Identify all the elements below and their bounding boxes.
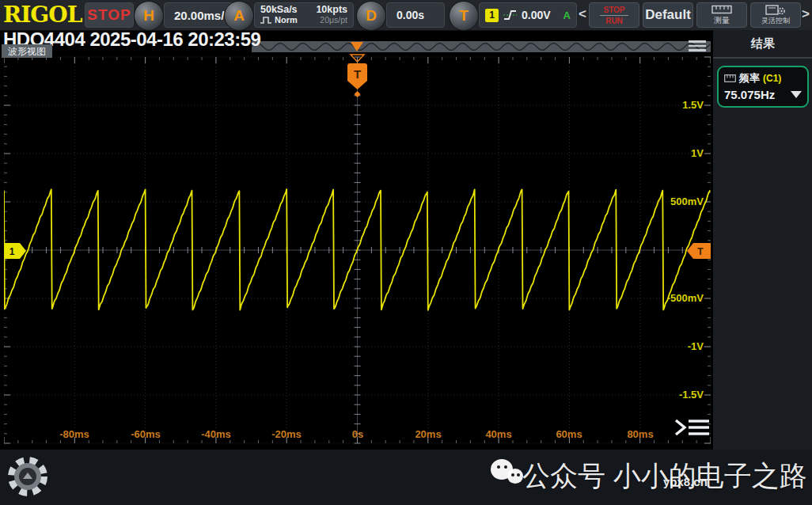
trigger-position-marker-label: T (354, 67, 361, 81)
sample-rate: 50kSa/s (260, 5, 298, 15)
ruler-icon (711, 5, 732, 14)
trigger-knob[interactable]: T (449, 1, 479, 31)
delay-value: 0.00s (397, 9, 424, 21)
measurement-name: 频率 (739, 71, 760, 85)
ch1-position-marker[interactable]: 1 (4, 243, 26, 259)
grid-menu-icon[interactable] (676, 420, 709, 435)
acquire-panel[interactable]: 50kSa/s Norm 10kpts 20μs/pt (254, 2, 354, 28)
x-tick-label: -60ms (131, 428, 161, 440)
delay-knob-label: D (366, 7, 377, 25)
trigger-level-value: 0.00V (522, 9, 551, 21)
trigger-source-badge: 1 (485, 9, 499, 22)
default-label: Default (645, 7, 691, 23)
preview-trigger-position-icon[interactable] (351, 42, 363, 51)
measurement-icon (724, 74, 736, 82)
y-tick-label: 1V (691, 147, 704, 159)
menu-icon[interactable] (689, 40, 706, 51)
horizontal-knob-label: H (143, 7, 154, 25)
measure-button[interactable]: 测量 (696, 2, 747, 28)
x-tick-label: -20ms (271, 428, 302, 440)
y-tick-label: 500mV (670, 196, 704, 207)
x-tick-label: 40ms (485, 428, 511, 440)
trigger-level-marker[interactable]: T (687, 243, 711, 259)
default-button[interactable]: Default (643, 2, 693, 28)
stop-label: STOP (600, 6, 628, 16)
flexible-control-label: 灵活控制 (761, 16, 790, 26)
measure-label: 测量 (714, 15, 730, 26)
y-tick-label: 1.5V (682, 99, 704, 111)
ch1-marker-label: 1 (9, 246, 15, 257)
y-tick-label: -1V (688, 340, 704, 352)
settings-gear-icon[interactable] (5, 452, 51, 501)
delay-knob[interactable]: D (356, 1, 386, 31)
x-tick-label: 0s (352, 428, 363, 440)
horizontal-knob[interactable]: H (134, 1, 164, 31)
run-state-label: STOP (87, 6, 131, 24)
memory-preview-strip[interactable] (252, 41, 711, 52)
run-state-indicator[interactable]: STOP (85, 2, 134, 28)
toolbar-scroll-right-icon[interactable]: > (802, 6, 810, 22)
x-tick-label: -80ms (59, 428, 89, 440)
acquire-mode: Norm (275, 15, 298, 25)
measurement-source: (C1) (763, 73, 781, 84)
expand-caret-icon[interactable] (791, 91, 802, 98)
toolbar-scroll-left-icon[interactable]: < (579, 6, 586, 22)
y-tick-label: -500mV (667, 292, 704, 304)
timebase-value: 20.00ms/ (174, 9, 224, 22)
acquire-knob[interactable]: A (224, 1, 254, 31)
trigger-status: A (563, 9, 571, 21)
trigger-knob-label: T (459, 7, 469, 25)
sample-resolution: 20μs/pt (320, 15, 347, 25)
trigger-panel[interactable]: 1 0.00V A (479, 2, 577, 28)
x-tick-label: 20ms (415, 428, 441, 440)
waveform-display-area[interactable]: -80ms -60ms -40ms -20ms 0s 20ms 40ms 60m… (4, 52, 711, 445)
y-tick-label: -1.5V (679, 389, 704, 401)
delay-panel[interactable]: 0.00s (386, 2, 445, 28)
rising-edge-icon (503, 9, 517, 21)
results-panel-title: 结果 (713, 30, 812, 59)
acquire-knob-label: A (233, 7, 245, 25)
top-status-bar: RIGOL STOP H 20.00ms/ A 50kSa/s Norm 10k… (0, 0, 812, 31)
x-tick-label: 80ms (627, 428, 653, 440)
rigol-logo: RIGOL (3, 2, 82, 28)
x-tick-label: -40ms (201, 428, 231, 440)
measurement-value: 75.075Hz (724, 88, 775, 101)
flexible-control-button[interactable]: 灵活控制 (750, 2, 801, 28)
stop-run-button[interactable]: STOP RUN (589, 2, 639, 28)
trigger-level-marker-label: T (697, 246, 704, 257)
run-label: RUN (605, 17, 623, 25)
results-panel: 结果 频率 (C1) 75.075Hz (712, 30, 812, 450)
x-tick-label: 60ms (556, 428, 582, 440)
channel-status-bar: CH1 500.00mV/ ~ 0.00V 20MHz CH2 50.00mV/… (0, 450, 812, 505)
panel-gear-icon (765, 5, 786, 15)
square-wave-icon (260, 17, 272, 24)
tab-waveform-view[interactable]: 波形视图 (2, 44, 52, 58)
graticule (4, 57, 711, 443)
measurement-result-card[interactable]: 频率 (C1) 75.075Hz (717, 66, 809, 108)
preview-waveform (252, 41, 711, 52)
memory-depth: 10kpts (316, 5, 347, 15)
